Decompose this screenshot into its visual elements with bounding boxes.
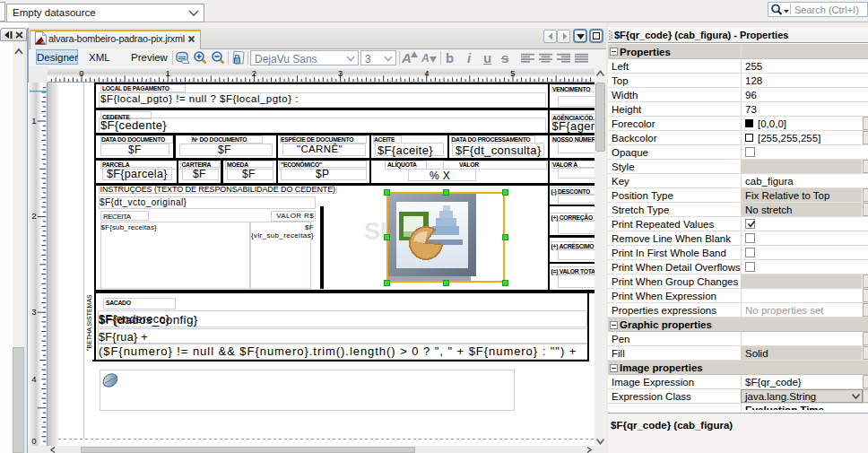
svg-text:1: 1: [166, 68, 170, 78]
svg-text:4: 4: [424, 68, 429, 78]
svg-text:2: 2: [252, 68, 256, 78]
svg-text:0: 0: [31, 436, 36, 446]
svg-text:2: 2: [31, 211, 36, 221]
svg-text:0: 0: [79, 68, 83, 78]
svg-text:5: 5: [510, 68, 515, 78]
svg-text:4: 4: [31, 374, 36, 384]
svg-text:3: 3: [338, 68, 343, 78]
svg-text:3: 3: [31, 307, 36, 317]
svg-text:1: 1: [31, 116, 36, 126]
